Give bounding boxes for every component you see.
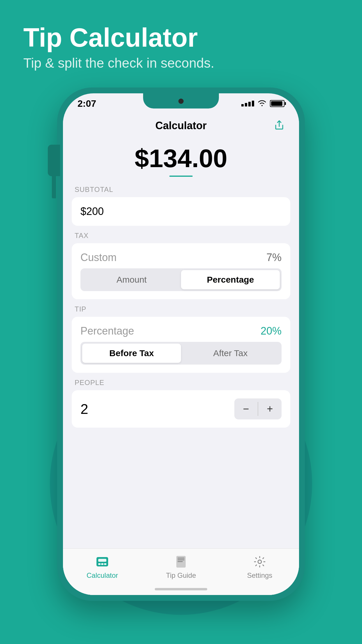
decrement-button[interactable]: −	[234, 398, 258, 419]
svg-rect-9	[178, 561, 183, 562]
total-section: $134.00	[63, 138, 299, 186]
svg-rect-7	[178, 558, 184, 559]
tax-percentage: 7%	[266, 251, 282, 264]
settings-tab-label: Settings	[247, 571, 273, 580]
tax-toggle: Amount Percentage	[80, 268, 282, 291]
increment-button[interactable]: +	[258, 398, 282, 419]
tip-guide-tab-icon	[174, 554, 188, 569]
front-camera	[178, 99, 184, 104]
nav-title: Calculator	[155, 120, 207, 132]
home-indicator	[155, 588, 207, 590]
signal-icon	[241, 101, 254, 106]
total-amount: $134.00	[78, 144, 284, 173]
share-button[interactable]	[274, 120, 284, 132]
settings-tab-icon	[252, 554, 267, 569]
tip-label: TIP	[72, 305, 290, 313]
subtotal-value: $200	[80, 205, 104, 217]
app-title: Tip Calculator	[23, 23, 214, 52]
people-row: 2 − +	[80, 398, 282, 419]
app-subtitle: Tip & split the check in seconds.	[23, 55, 214, 71]
navigation-bar: Calculator	[63, 114, 299, 138]
subtotal-input[interactable]: $200	[72, 197, 290, 226]
tip-after-tax-toggle[interactable]: After Tax	[181, 344, 280, 363]
tax-input[interactable]: Custom 7% Amount Percentage	[72, 243, 290, 299]
tax-label: TAX	[72, 232, 290, 240]
calculator-tab-label: Calculator	[87, 571, 118, 580]
svg-rect-3	[98, 563, 101, 565]
phone-notch	[143, 93, 219, 108]
tip-placeholder: Percentage	[80, 325, 134, 337]
tip-row: Percentage 20%	[80, 325, 282, 337]
tax-percentage-toggle[interactable]: Percentage	[181, 270, 280, 289]
header-section: Tip Calculator Tip & split the check in …	[23, 23, 214, 71]
tax-amount-toggle[interactable]: Amount	[82, 270, 181, 289]
people-stepper: − +	[234, 398, 282, 419]
tax-placeholder: Custom	[80, 251, 117, 264]
status-icons	[241, 99, 284, 108]
total-underline	[169, 176, 193, 177]
subtotal-label: SUBTOTAL	[72, 186, 290, 194]
tip-percentage: 20%	[261, 325, 282, 337]
tax-row: Custom 7%	[80, 251, 282, 264]
tip-input[interactable]: Percentage 20% Before Tax After Tax	[72, 317, 290, 373]
tip-guide-tab-label: Tip Guide	[166, 571, 196, 580]
phone-screen: 2:07	[63, 93, 299, 595]
svg-rect-5	[104, 563, 106, 565]
people-section: PEOPLE 2 − +	[63, 379, 299, 428]
tax-section: TAX Custom 7% Amount Percentage	[63, 232, 299, 299]
subtotal-section: SUBTOTAL $200	[63, 186, 299, 226]
tab-calculator[interactable]: Calculator	[63, 554, 142, 580]
battery-icon	[270, 100, 284, 107]
tab-tip-guide[interactable]: Tip Guide	[142, 554, 220, 580]
svg-rect-8	[178, 559, 184, 560]
svg-rect-4	[101, 563, 103, 565]
tab-settings[interactable]: Settings	[220, 554, 299, 580]
tip-toggle: Before Tax After Tax	[80, 342, 282, 365]
svg-rect-2	[98, 559, 106, 562]
people-label: PEOPLE	[72, 379, 290, 387]
tip-section: TIP Percentage 20% Before Tax After Tax	[63, 305, 299, 373]
svg-point-10	[258, 560, 261, 564]
status-time: 2:07	[78, 98, 96, 109]
people-value: 2	[80, 401, 88, 417]
tip-before-tax-toggle[interactable]: Before Tax	[82, 344, 181, 363]
calculator-tab-icon	[95, 554, 110, 569]
phone-frame: 2:07	[57, 88, 305, 601]
people-input: 2 − +	[72, 390, 290, 428]
wifi-icon	[258, 99, 266, 108]
app-content: Calculator $134.00 SUBTOTAL $200	[63, 114, 299, 595]
